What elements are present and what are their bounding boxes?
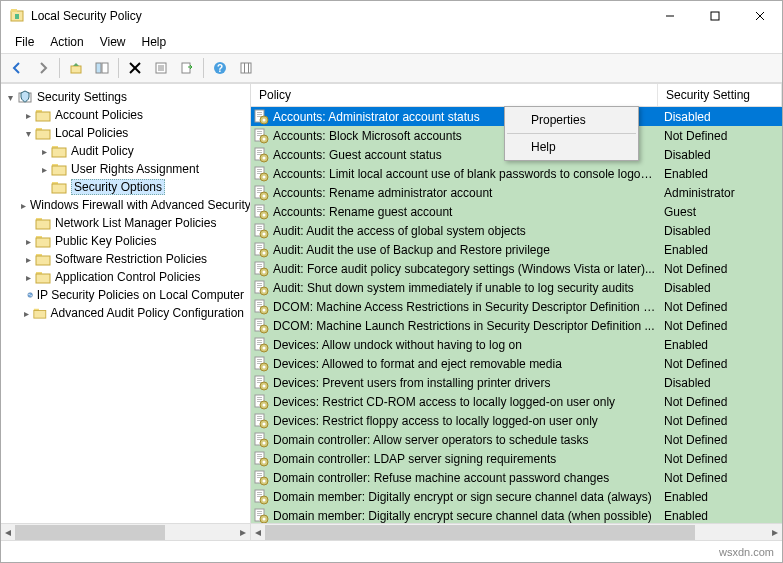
forward-button[interactable] [31, 56, 55, 80]
tree-node[interactable]: ▸Windows Firewall with Advanced Security [1, 196, 250, 214]
tree-twist-icon[interactable]: ▸ [21, 254, 35, 265]
tree-twist-icon[interactable] [21, 218, 35, 229]
policy-name: Accounts: Limit local account use of bla… [273, 167, 658, 181]
chevron-down-icon[interactable]: ▾ [3, 92, 17, 103]
menubar: File Action View Help [1, 31, 782, 53]
tree-twist-icon[interactable]: ▸ [21, 110, 35, 121]
folder-icon [35, 251, 51, 267]
tree-twist-icon[interactable]: ▸ [21, 272, 35, 283]
tree-node[interactable]: ▸Audit Policy [1, 142, 250, 160]
tree-h-scrollbar[interactable]: ◂ ▸ [1, 523, 250, 540]
folder-icon [33, 305, 47, 321]
maximize-button[interactable] [692, 1, 737, 31]
show-hide-tree-button[interactable] [90, 56, 114, 80]
tree-node[interactable]: ▸Advanced Audit Policy Configuration [1, 304, 250, 322]
svg-rect-24 [36, 112, 50, 121]
svg-point-90 [263, 232, 266, 235]
policy-row[interactable]: DCOM: Machine Access Restrictions in Sec… [251, 297, 782, 316]
column-security-setting[interactable]: Security Setting [658, 84, 782, 106]
tree-node[interactable]: ▸Application Control Policies [1, 268, 250, 286]
svg-rect-42 [36, 274, 50, 283]
list-body[interactable]: Accounts: Administrator account statusDi… [251, 107, 782, 523]
minimize-button[interactable] [647, 1, 692, 31]
menu-help[interactable]: Help [134, 33, 175, 51]
policy-row[interactable]: Audit: Force audit policy subcategory se… [251, 259, 782, 278]
svg-rect-147 [257, 418, 262, 419]
help-button[interactable]: ? [208, 56, 232, 80]
delete-button[interactable] [123, 56, 147, 80]
policy-row[interactable]: Domain controller: Allow server operator… [251, 430, 782, 449]
policy-row[interactable]: Devices: Restrict floppy access to local… [251, 411, 782, 430]
tree-node-label: Security Options [71, 179, 165, 195]
back-button[interactable] [5, 56, 29, 80]
svg-rect-165 [257, 475, 262, 476]
tree-node[interactable]: IP Security Policies on Local Computer [1, 286, 250, 304]
policy-row[interactable]: Domain member: Digitally encrypt or sign… [251, 487, 782, 506]
policy-row[interactable]: Audit: Audit the access of global system… [251, 221, 782, 240]
policy-row[interactable]: Domain controller: Refuse machine accoun… [251, 468, 782, 487]
tree-node-label: Account Policies [55, 108, 143, 122]
policy-row[interactable]: DCOM: Machine Launch Restrictions in Sec… [251, 316, 782, 335]
refresh-button[interactable] [234, 56, 258, 80]
tree-twist-icon[interactable] [37, 182, 51, 193]
tree-twist-icon[interactable]: ▸ [21, 236, 35, 247]
policy-value: Not Defined [658, 414, 778, 428]
toolbar: ? [1, 53, 782, 83]
svg-point-162 [263, 460, 266, 463]
tree-node[interactable]: ▸User Rights Assignment [1, 160, 250, 178]
policy-row[interactable]: Devices: Restrict CD-ROM access to local… [251, 392, 782, 411]
tree-twist-icon[interactable]: ▸ [21, 200, 26, 211]
policy-name: Audit: Audit the access of global system… [273, 224, 658, 238]
policy-row[interactable]: Accounts: Limit local account use of bla… [251, 164, 782, 183]
menu-file[interactable]: File [7, 33, 42, 51]
policy-icon [253, 375, 269, 391]
policy-row[interactable]: Domain controller: LDAP server signing r… [251, 449, 782, 468]
policy-row[interactable]: Audit: Shut down system immediately if u… [251, 278, 782, 297]
tree-twist-icon[interactable]: ▸ [37, 146, 51, 157]
policy-name: Audit: Force audit policy subcategory se… [273, 262, 658, 276]
policy-icon [253, 432, 269, 448]
policy-row[interactable]: Devices: Allowed to format and eject rem… [251, 354, 782, 373]
titlebar: Local Security Policy [1, 1, 782, 31]
tree-twist-icon[interactable]: ▸ [37, 164, 51, 175]
up-button[interactable] [64, 56, 88, 80]
tree-root[interactable]: ▾ Security Settings [1, 88, 250, 106]
tree-node[interactable]: Network List Manager Policies [1, 214, 250, 232]
policy-value: Disabled [658, 281, 778, 295]
export-button[interactable] [175, 56, 199, 80]
policy-row[interactable]: Domain member: Digitally encrypt secure … [251, 506, 782, 523]
tree-node[interactable]: ▾Local Policies [1, 124, 250, 142]
tree-node[interactable]: Security Options [1, 178, 250, 196]
policy-row[interactable]: Accounts: Rename administrator accountAd… [251, 183, 782, 202]
context-menu-help[interactable]: Help [507, 136, 636, 158]
tree-node[interactable]: ▸Account Policies [1, 106, 250, 124]
svg-rect-80 [257, 207, 262, 208]
tree-twist-icon[interactable]: ▾ [21, 128, 35, 139]
properties-button[interactable] [149, 56, 173, 80]
svg-rect-21 [248, 63, 249, 73]
tree-twist-icon[interactable]: ▸ [21, 308, 33, 319]
tree-node[interactable]: ▸Public Key Policies [1, 232, 250, 250]
policy-row[interactable]: Accounts: Rename guest accountGuest [251, 202, 782, 221]
svg-rect-87 [257, 228, 262, 229]
svg-point-66 [263, 156, 266, 159]
column-policy[interactable]: Policy [251, 84, 658, 106]
list-h-scrollbar[interactable]: ◂ ▸ [251, 523, 782, 540]
content-area: ▾ Security Settings ▸Account Policies▾Lo… [1, 83, 782, 540]
policy-value: Enabled [658, 509, 778, 523]
policy-row[interactable]: Devices: Allow undock without having to … [251, 335, 782, 354]
tree-node[interactable]: ▸Software Restriction Policies [1, 250, 250, 268]
policy-row[interactable]: Audit: Audit the use of Backup and Resto… [251, 240, 782, 259]
svg-rect-159 [257, 456, 262, 457]
tree-pane[interactable]: ▾ Security Settings ▸Account Policies▾Lo… [1, 84, 251, 540]
policy-icon [253, 318, 269, 334]
window-controls [647, 1, 782, 31]
menu-view[interactable]: View [92, 33, 134, 51]
context-menu-properties[interactable]: Properties [507, 109, 636, 131]
policy-row[interactable]: Devices: Prevent users from installing p… [251, 373, 782, 392]
svg-rect-111 [257, 304, 262, 305]
svg-rect-32 [52, 184, 66, 193]
close-button[interactable] [737, 1, 782, 31]
menu-action[interactable]: Action [42, 33, 91, 51]
svg-rect-86 [257, 226, 262, 227]
